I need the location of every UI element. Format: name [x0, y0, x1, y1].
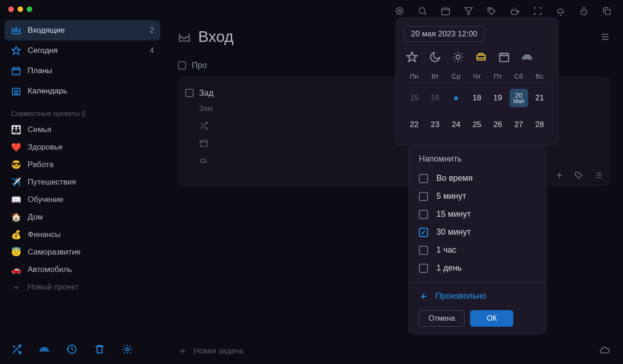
focus-icon[interactable] — [533, 6, 543, 16]
project-item[interactable]: 😇Саморазвитие — [0, 243, 165, 261]
date-cell[interactable]: 27 — [510, 116, 528, 134]
nav-count: 2 — [150, 26, 154, 35]
checkbox[interactable] — [419, 192, 428, 201]
date-cell[interactable]: 19 — [488, 89, 507, 107]
date-cell[interactable]: 26 — [488, 116, 507, 134]
project-item[interactable]: 🚗Автомобиль — [0, 261, 165, 278]
stopwatch-icon[interactable] — [579, 6, 589, 16]
nav-count: 4 — [150, 46, 154, 55]
tonight-moon-icon[interactable] — [429, 51, 441, 63]
minimize-window-button[interactable] — [18, 6, 23, 12]
date-time-chip[interactable]: 20 мая 2023 12:00 — [404, 26, 484, 42]
today-star-icon[interactable] — [406, 51, 418, 63]
project-label: Саморазвитие — [28, 248, 81, 257]
checkbox[interactable] — [419, 264, 428, 273]
cloud-sync-icon[interactable] — [599, 345, 610, 356]
target-icon[interactable] — [394, 6, 405, 16]
page-title: Вход — [198, 28, 234, 46]
shuffle-icon[interactable] — [199, 121, 208, 130]
date-cell[interactable]: 15 — [405, 89, 423, 107]
nav-label: Планы — [28, 66, 52, 75]
reminder-option[interactable]: 30 минут — [409, 223, 546, 241]
project-item[interactable]: 📖Обучение — [0, 191, 165, 208]
project-item[interactable]: ✈️Путешествия — [0, 173, 165, 191]
menu-icon[interactable] — [600, 32, 610, 42]
new-project-button[interactable]: ＋ Новый проект — [0, 278, 165, 296]
trash-icon[interactable] — [94, 344, 105, 355]
checkbox[interactable] — [419, 246, 428, 255]
reminder-option[interactable]: 1 час — [409, 241, 546, 259]
bell-icon[interactable] — [199, 156, 208, 165]
project-item[interactable]: ❤️Здоровье — [0, 139, 165, 156]
new-project-label: Новый проект — [28, 283, 78, 292]
maximize-window-button[interactable] — [27, 6, 32, 12]
date-cell[interactable]: 22 — [405, 116, 423, 134]
checkbox[interactable] — [419, 174, 428, 183]
reminder-option[interactable]: 1 день — [409, 259, 546, 277]
rainbow-icon[interactable] — [39, 344, 50, 355]
reminder-custom-button[interactable]: Произвольно — [409, 289, 546, 304]
date-cell[interactable]: 28 — [530, 116, 549, 134]
date-cell[interactable]: 16 — [426, 89, 444, 107]
date-cell-selected[interactable]: 20 Май — [510, 89, 528, 107]
project-item[interactable]: 🏠Дом — [0, 208, 165, 226]
tag-icon[interactable] — [574, 171, 583, 180]
weekday: Сб — [510, 72, 528, 80]
date-cell[interactable]: 18 — [468, 89, 486, 107]
task-checkbox[interactable] — [178, 61, 186, 69]
reminder-option[interactable]: 5 минут — [409, 187, 546, 205]
project-item[interactable]: 👪Семья — [0, 121, 165, 139]
reminder-option-label: 5 минут — [436, 191, 466, 201]
date-row: 15 16 ★ 18 19 20 Май 21 — [404, 83, 550, 110]
calendar-icon[interactable] — [199, 139, 208, 148]
new-task-button[interactable]: Новая задача — [178, 347, 244, 356]
date-cell[interactable]: 23 — [426, 116, 444, 134]
copy-icon[interactable] — [602, 6, 612, 16]
history-icon[interactable] — [66, 344, 77, 355]
weekday: Вс — [530, 72, 549, 80]
close-window-button[interactable] — [8, 6, 14, 12]
nav-calendar[interactable]: Календарь — [5, 81, 160, 101]
date-cell[interactable]: 24 — [447, 116, 465, 134]
nav-plans[interactable]: Планы — [5, 61, 160, 81]
next-week-calendar-icon[interactable] — [498, 51, 510, 63]
reminder-option[interactable]: Во время — [409, 169, 546, 187]
search-icon[interactable] — [417, 6, 428, 16]
weekday: Ср — [447, 72, 465, 80]
task-checkbox[interactable] — [185, 89, 194, 97]
someday-rainbow-icon[interactable] — [521, 51, 533, 63]
svg-rect-19 — [477, 55, 485, 60]
checkbox[interactable] — [419, 210, 428, 219]
date-cell[interactable]: 21 — [530, 89, 549, 107]
task-title: Про — [192, 61, 207, 70]
checkbox-checked[interactable] — [419, 228, 428, 237]
gear-icon[interactable] — [122, 344, 133, 355]
date-cell-today[interactable]: ★ — [447, 89, 465, 107]
filter-icon[interactable] — [464, 6, 474, 16]
reminder-option[interactable]: 15 минут — [409, 205, 546, 223]
project-item[interactable]: 😎Работа — [0, 156, 165, 173]
list-icon[interactable] — [594, 171, 603, 180]
weekend-icon[interactable] — [475, 51, 487, 63]
inbox-icon — [11, 25, 21, 35]
project-label: Семья — [28, 125, 51, 134]
svg-rect-11 — [200, 140, 207, 146]
weekday-header: Пн Вт Ср Чт Пт Сб Вс — [404, 70, 550, 83]
date-cell[interactable]: 25 — [468, 116, 486, 134]
calendar-icon[interactable] — [441, 6, 451, 16]
coffee-icon[interactable] — [510, 6, 520, 16]
tomorrow-sun-icon[interactable] — [452, 51, 464, 63]
shuffle-icon[interactable] — [11, 344, 22, 355]
cancel-button[interactable]: Отмена — [419, 310, 464, 327]
svg-point-3 — [126, 348, 129, 351]
task-title: Зад — [199, 88, 213, 98]
project-label: Дом — [28, 213, 43, 222]
nav-inbox[interactable]: Входящие 2 — [5, 20, 160, 40]
ok-button[interactable]: ОК — [470, 310, 513, 327]
bell-icon[interactable] — [556, 6, 566, 16]
date-picker-popup: 20 мая 2023 12:00 Пн Вт Ср Чт Пт Сб Вс 1… — [395, 17, 558, 145]
plus-icon[interactable] — [555, 171, 564, 180]
nav-today[interactable]: Сегодня 4 — [5, 40, 160, 61]
project-item[interactable]: 💰Финансы — [0, 226, 165, 243]
tag-icon[interactable] — [487, 6, 497, 16]
